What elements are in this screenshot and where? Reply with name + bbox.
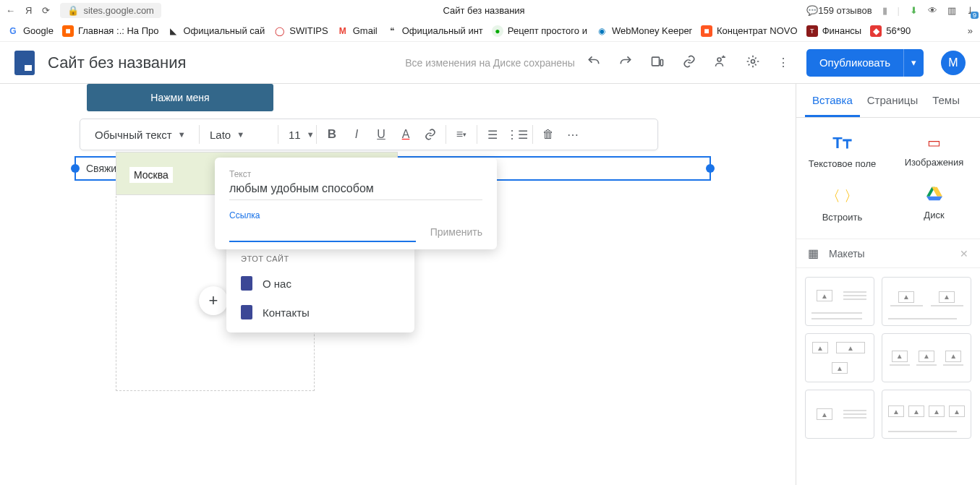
- page-icon: [241, 276, 252, 291]
- app-header: Сайт без названия Все изменения на Диске…: [0, 42, 980, 84]
- link-icon[interactable]: [682, 54, 696, 72]
- suggestion-contacts[interactable]: Контакты: [226, 298, 414, 327]
- link-url-input[interactable]: [229, 222, 416, 242]
- text-style-select[interactable]: Обычный текст▼: [88, 129, 196, 141]
- chevron-down-icon: ▼: [178, 130, 186, 139]
- layout-option-5[interactable]: ▲: [805, 390, 874, 439]
- layout-option-4[interactable]: ▲▲▲: [882, 333, 971, 382]
- svg-point-3: [751, 59, 754, 63]
- reload-button[interactable]: ⟳: [42, 5, 50, 16]
- text-label: Текст: [229, 169, 482, 179]
- tab-insert[interactable]: Вставка: [805, 84, 860, 117]
- insert-images[interactable]: ▭ Изображения: [888, 125, 980, 178]
- yandex-icon[interactable]: Я: [25, 5, 32, 16]
- bookmark-icon[interactable]: ▮: [882, 5, 887, 16]
- font-size-select[interactable]: 11▼: [281, 129, 313, 141]
- svg-rect-0: [652, 57, 659, 66]
- back-button[interactable]: ←: [6, 5, 15, 16]
- bookmark-finance[interactable]: ТФинансы: [806, 25, 862, 37]
- apply-link-button[interactable]: Применить: [430, 226, 482, 238]
- bookmark-gmail[interactable]: MGmail: [337, 25, 378, 37]
- bookmark-official1[interactable]: ◣Официальный сай: [168, 25, 265, 37]
- text-format-toolbar: Обычный текст▼ Lato▼ 11▼ B I U A ≡▾ ☰ ⋮☰…: [80, 119, 658, 150]
- tab-themes[interactable]: Темы: [925, 84, 967, 117]
- more-options-button[interactable]: ⋯: [561, 122, 585, 147]
- tab-title: Сайт без названия: [171, 5, 796, 16]
- layout-option-1[interactable]: ▲: [805, 277, 874, 326]
- save-status: Все изменения на Диске сохранены: [405, 57, 575, 69]
- downloads-icon[interactable]: ⤓9: [966, 5, 974, 16]
- suggestion-about[interactable]: О нас: [226, 269, 414, 298]
- bullet-list-button[interactable]: ⋮☰: [505, 122, 529, 147]
- publish-button[interactable]: Опубликовать ▾: [806, 49, 924, 77]
- italic-button[interactable]: I: [344, 122, 369, 147]
- preview-icon[interactable]: [650, 54, 665, 72]
- bookmarks-bar: GGoogle ■Главная :.: На Про ◣Официальный…: [0, 20, 980, 42]
- reviews-badge[interactable]: 💬159 отзывов: [806, 5, 872, 16]
- resize-handle-left[interactable]: [71, 164, 80, 173]
- svg-point-2: [717, 58, 721, 61]
- layout-option-2[interactable]: ▲▲: [882, 277, 971, 326]
- embed-icon: 〈 〉: [826, 186, 859, 206]
- map-city-label: Москва: [129, 167, 173, 183]
- drive-icon: [926, 186, 942, 204]
- close-icon[interactable]: ✕: [960, 248, 968, 259]
- eye-icon[interactable]: 👁: [928, 5, 937, 16]
- svg-rect-1: [660, 59, 662, 65]
- canvas-area[interactable]: Нажми меня Обычный текст▼ Lato▼ 11▼ B I …: [0, 84, 796, 485]
- right-sidebar: Вставка Страницы Темы Tᴛ Текстовое поле …: [796, 84, 980, 485]
- layouts-section-header[interactable]: ▦ Макеты ✕: [796, 239, 980, 268]
- chevron-down-icon: ▼: [307, 130, 315, 139]
- align-button[interactable]: ≡▾: [449, 122, 474, 147]
- bookmarks-overflow-icon[interactable]: »: [968, 25, 973, 36]
- bookmark-home[interactable]: ■Главная :.: На Про: [62, 25, 159, 37]
- browser-nav-bar: ← Я ⟳ 🔒 sites.google.com Сайт без назван…: [0, 0, 980, 20]
- host-text: sites.google.com: [83, 5, 154, 16]
- cta-button[interactable]: Нажми меня: [87, 84, 273, 111]
- add-section-button[interactable]: +: [199, 286, 228, 315]
- bold-button[interactable]: B: [320, 122, 344, 147]
- share-icon[interactable]: [714, 54, 728, 72]
- delete-button[interactable]: 🗑: [536, 122, 561, 147]
- lock-icon: 🔒: [67, 5, 79, 16]
- resize-handle-right[interactable]: [706, 164, 715, 173]
- image-icon: ▭: [927, 134, 941, 151]
- bookmark-switips[interactable]: ◯SWITIPS: [273, 25, 328, 37]
- bookmark-official2[interactable]: ❝Официальный инт: [386, 25, 483, 37]
- publish-dropdown-icon[interactable]: ▾: [903, 49, 924, 77]
- text-color-button[interactable]: A: [393, 122, 418, 147]
- layout-option-6[interactable]: ▲▲▲▲: [882, 390, 971, 439]
- more-icon[interactable]: ⋮: [777, 56, 789, 69]
- sites-logo-icon[interactable]: [14, 51, 35, 75]
- avatar[interactable]: M: [941, 51, 966, 75]
- insert-text-box[interactable]: Tᴛ Текстовое поле: [796, 125, 888, 178]
- link-text-value[interactable]: любым удобным способом: [229, 182, 482, 200]
- page-icon: [241, 305, 252, 319]
- bookmark-webmoney[interactable]: ◉WebMoney Keeper: [596, 25, 692, 37]
- bookmark-5690[interactable]: ◆56*90: [870, 25, 911, 37]
- bookmark-recipe[interactable]: ●Рецепт простого и: [492, 25, 587, 37]
- extension-icon[interactable]: ▥: [947, 5, 956, 16]
- settings-icon[interactable]: [746, 54, 760, 72]
- text-box-icon: Tᴛ: [832, 134, 851, 153]
- insert-drive[interactable]: Диск: [888, 178, 980, 231]
- underline-button[interactable]: U: [369, 122, 393, 147]
- font-select[interactable]: Lato▼: [203, 129, 275, 141]
- bookmark-google[interactable]: GGoogle: [7, 25, 54, 37]
- redo-icon[interactable]: [618, 54, 633, 72]
- numbered-list-button[interactable]: ☰: [480, 122, 505, 147]
- insert-link-button[interactable]: [418, 122, 443, 147]
- download-arrow-icon[interactable]: ⬇: [910, 5, 918, 16]
- tab-pages[interactable]: Страницы: [860, 84, 925, 117]
- sidebar-tabs: Вставка Страницы Темы: [796, 84, 980, 118]
- link-edit-popup: Текст любым удобным способом Ссылка Прим…: [215, 158, 497, 249]
- suggestions-header: ЭТОТ САЙТ: [226, 252, 414, 269]
- url-bar[interactable]: 🔒 sites.google.com: [60, 3, 161, 18]
- insert-embed[interactable]: 〈 〉 Встроить: [796, 178, 888, 231]
- undo-icon[interactable]: [587, 54, 601, 72]
- link-suggestions-dropdown: ЭТОТ САЙТ О нас Контакты: [226, 243, 414, 332]
- layout-option-3[interactable]: ▲▲▲: [805, 333, 874, 382]
- bookmark-novo[interactable]: ■Концентрат NOVO: [701, 25, 798, 37]
- site-title[interactable]: Сайт без названия: [48, 53, 186, 72]
- layouts-grid: ▲ ▲▲ ▲▲▲ ▲▲▲ ▲ ▲▲▲▲: [796, 268, 980, 447]
